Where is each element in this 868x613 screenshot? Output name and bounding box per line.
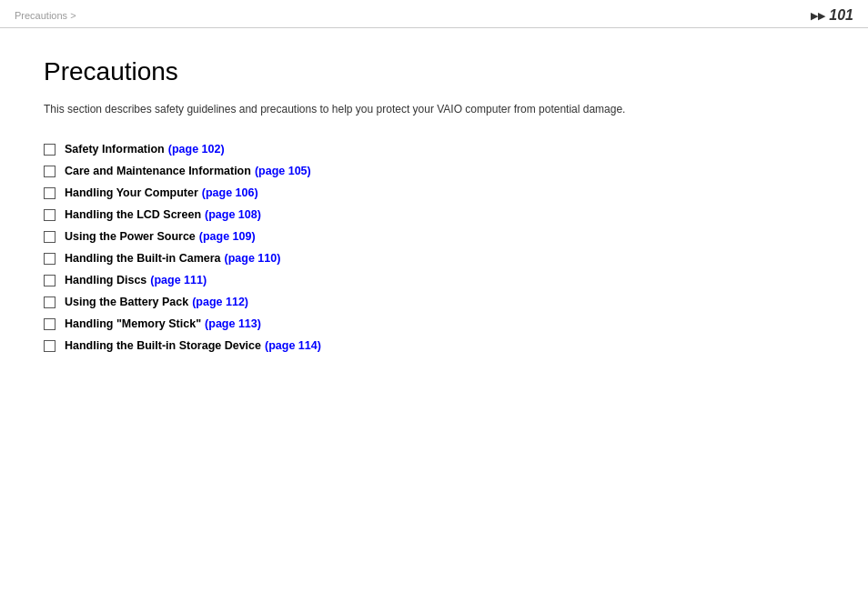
item-label: Handling "Memory Stick" [65,317,201,330]
checkbox-icon [44,318,56,330]
item-page-link[interactable]: (page 114) [265,339,321,352]
list-item: Handling Your Computer (page 106) [44,186,824,199]
arrow-icon: ▶▶ [811,10,825,22]
page-number: 101 [829,7,853,24]
checkbox-icon [44,296,56,308]
item-page-link[interactable]: (page 112) [192,296,248,308]
list-item: Safety Information (page 102) [44,143,824,156]
item-label: Handling the Built-in Storage Device [65,339,261,352]
checkbox-icon [44,187,56,199]
checkbox-icon [44,166,56,177]
list-item: Using the Battery Pack (page 112) [44,296,824,308]
intro-text: This section describes safety guidelines… [44,101,824,117]
item-label: Using the Battery Pack [65,296,188,308]
item-label: Handling the Built-in Camera [65,252,221,265]
item-label: Care and Maintenance Information [65,165,251,177]
checkbox-icon [44,253,56,265]
item-label: Handling Your Computer [65,186,198,199]
checkbox-icon [44,275,56,286]
list-item: Handling the Built-in Camera (page 110) [44,252,824,265]
list-item: Handling "Memory Stick" (page 113) [44,317,824,330]
toc-list: Safety Information (page 102)Care and Ma… [44,143,824,352]
page-title: Precautions [44,57,824,86]
page-number-area: ▶▶ 101 [811,7,853,24]
list-item: Using the Power Source (page 109) [44,230,824,243]
list-item: Handling Discs (page 111) [44,274,824,286]
checkbox-icon [44,144,56,156]
checkbox-icon [44,340,56,352]
content-area: Precautions This section describes safet… [0,28,868,390]
item-page-link[interactable]: (page 108) [205,208,261,221]
item-page-link[interactable]: (page 109) [199,230,256,243]
list-item: Care and Maintenance Information (page 1… [44,165,824,177]
item-label: Handling Discs [65,274,146,286]
checkbox-icon [44,231,56,243]
item-page-link[interactable]: (page 102) [168,143,225,156]
list-item: Handling the Built-in Storage Device (pa… [44,339,824,352]
item-page-link[interactable]: (page 106) [202,186,258,199]
item-page-link[interactable]: (page 111) [150,274,207,286]
item-page-link[interactable]: (page 105) [255,165,311,177]
item-page-link[interactable]: (page 113) [205,317,261,330]
item-label: Handling the LCD Screen [65,208,201,221]
list-item: Handling the LCD Screen (page 108) [44,208,824,221]
item-page-link[interactable]: (page 110) [225,252,281,265]
item-label: Using the Power Source [65,230,196,243]
checkbox-icon [44,209,56,221]
breadcrumb: Precautions > [15,10,76,21]
item-label: Safety Information [65,143,165,156]
header-bar: Precautions > ▶▶ 101 [0,0,868,28]
